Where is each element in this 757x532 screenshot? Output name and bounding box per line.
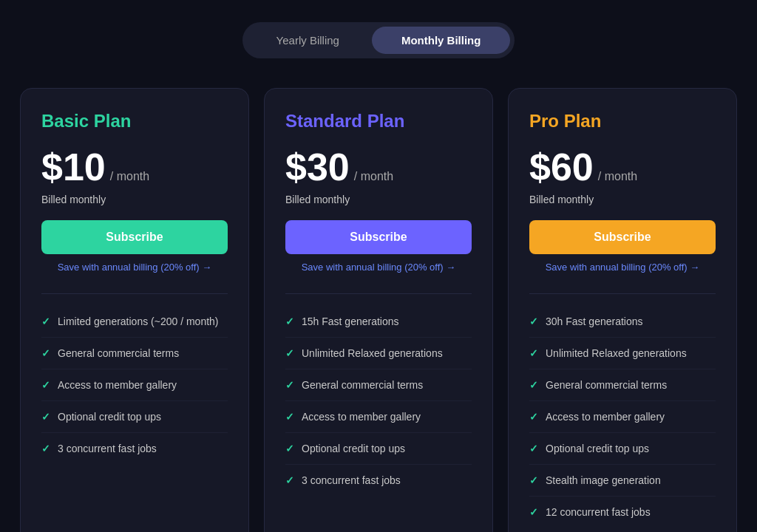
billed-text-pro: Billed monthly [529, 194, 716, 205]
feature-text: Access to member gallery [58, 379, 177, 391]
feature-text: 12 concurrent fast jobs [546, 506, 651, 518]
feature-item: ✓ Limited generations (~200 / month) [41, 306, 228, 338]
billed-text-basic: Billed monthly [41, 194, 228, 205]
feature-item: ✓ 12 concurrent fast jobs [529, 497, 716, 528]
feature-item: ✓ Access to member gallery [285, 401, 472, 433]
price-period-standard: / month [354, 170, 393, 183]
feature-item: ✓ 30h Fast generations [529, 306, 716, 338]
feature-list-pro: ✓ 30h Fast generations ✓ Unlimited Relax… [529, 306, 716, 528]
feature-text: General commercial terms [58, 347, 179, 359]
check-icon: ✓ [285, 411, 294, 423]
check-icon: ✓ [529, 411, 538, 423]
check-icon: ✓ [285, 474, 294, 486]
feature-text: General commercial terms [302, 379, 423, 391]
save-link-pro[interactable]: Save with annual billing (20% off) → [529, 262, 716, 273]
check-icon: ✓ [285, 347, 294, 359]
feature-text: Access to member gallery [546, 411, 665, 423]
save-link-basic[interactable]: Save with annual billing (20% off) → [41, 262, 228, 273]
yearly-billing-button[interactable]: Yearly Billing [247, 27, 369, 54]
feature-item: ✓ 3 concurrent fast jobs [285, 465, 472, 496]
check-icon: ✓ [285, 316, 294, 327]
feature-text: 3 concurrent fast jobs [302, 474, 401, 486]
feature-item: ✓ General commercial terms [41, 338, 228, 369]
plan-title-basic: Basic Plan [41, 111, 228, 132]
check-icon: ✓ [41, 443, 50, 454]
monthly-billing-button[interactable]: Monthly Billing [372, 27, 510, 54]
feature-text: Limited generations (~200 / month) [58, 316, 219, 327]
plans-container: Basic Plan $10 / month Billed monthly Su… [15, 88, 742, 532]
billed-text-standard: Billed monthly [285, 194, 472, 205]
price-amount-standard: $30 [285, 145, 350, 189]
check-icon: ✓ [529, 506, 538, 518]
plan-title-pro: Pro Plan [529, 111, 716, 132]
check-icon: ✓ [41, 411, 50, 423]
check-icon: ✓ [285, 379, 294, 391]
check-icon: ✓ [529, 379, 538, 391]
check-icon: ✓ [529, 347, 538, 359]
plan-price-standard: $30 / month [285, 145, 472, 189]
feature-item: ✓ Optional credit top ups [41, 401, 228, 433]
feature-text: Optional credit top ups [58, 411, 161, 423]
plan-title-standard: Standard Plan [285, 111, 472, 132]
divider-pro [529, 293, 716, 294]
feature-item: ✓ Unlimited Relaxed generations [529, 338, 716, 369]
check-icon: ✓ [529, 443, 538, 454]
feature-item: ✓ Optional credit top ups [285, 433, 472, 465]
subscribe-button-standard[interactable]: Subscribe [285, 220, 472, 254]
feature-item: ✓ Access to member gallery [41, 369, 228, 401]
feature-text: 30h Fast generations [546, 316, 643, 327]
feature-list-standard: ✓ 15h Fast generations ✓ Unlimited Relax… [285, 306, 472, 496]
feature-item: ✓ Unlimited Relaxed generations [285, 338, 472, 369]
feature-text: Unlimited Relaxed generations [546, 347, 687, 359]
feature-text: 3 concurrent fast jobs [58, 443, 157, 454]
feature-text: Optional credit top ups [302, 443, 405, 454]
feature-text: Optional credit top ups [546, 443, 649, 454]
price-period-pro: / month [598, 170, 637, 183]
feature-item: ✓ Optional credit top ups [529, 433, 716, 465]
price-amount-pro: $60 [529, 145, 594, 189]
feature-text: 15h Fast generations [302, 316, 399, 327]
feature-item: ✓ Access to member gallery [529, 401, 716, 433]
feature-item: ✓ 15h Fast generations [285, 306, 472, 338]
feature-list-basic: ✓ Limited generations (~200 / month) ✓ G… [41, 306, 228, 464]
plan-card-basic: Basic Plan $10 / month Billed monthly Su… [20, 88, 249, 532]
divider-basic [41, 293, 228, 294]
plan-price-basic: $10 / month [41, 145, 228, 189]
plan-card-pro: Pro Plan $60 / month Billed monthly Subs… [508, 88, 737, 532]
check-icon: ✓ [41, 379, 50, 391]
save-link-standard[interactable]: Save with annual billing (20% off) → [285, 262, 472, 273]
billing-toggle-container: Yearly Billing Monthly Billing [15, 22, 742, 58]
feature-item: ✓ General commercial terms [529, 369, 716, 401]
feature-item: ✓ General commercial terms [285, 369, 472, 401]
divider-standard [285, 293, 472, 294]
check-icon: ✓ [41, 347, 50, 359]
feature-text: Access to member gallery [302, 411, 421, 423]
check-icon: ✓ [529, 316, 538, 327]
price-amount-basic: $10 [41, 145, 106, 189]
feature-item: ✓ Stealth image generation [529, 465, 716, 497]
subscribe-button-pro[interactable]: Subscribe [529, 220, 716, 254]
feature-text: Unlimited Relaxed generations [302, 347, 443, 359]
check-icon: ✓ [41, 316, 50, 327]
feature-item: ✓ 3 concurrent fast jobs [41, 433, 228, 464]
plan-price-pro: $60 / month [529, 145, 716, 189]
feature-text: Stealth image generation [546, 474, 661, 486]
price-period-basic: / month [110, 170, 149, 183]
plan-card-standard: Standard Plan $30 / month Billed monthly… [264, 88, 493, 532]
check-icon: ✓ [285, 443, 294, 454]
feature-text: General commercial terms [546, 379, 667, 391]
toggle-group: Yearly Billing Monthly Billing [242, 22, 515, 58]
subscribe-button-basic[interactable]: Subscribe [41, 220, 228, 254]
check-icon: ✓ [529, 474, 538, 486]
